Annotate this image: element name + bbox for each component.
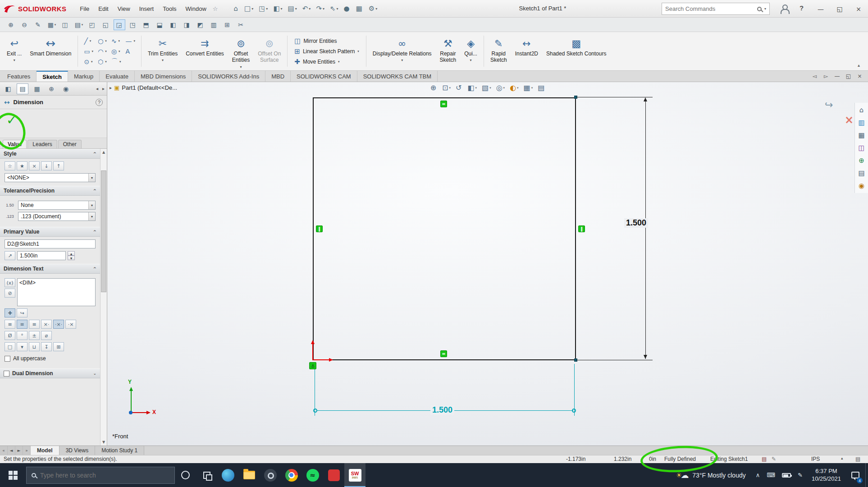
document-tab[interactable]: Motion Study 1	[95, 446, 144, 455]
ribbon-button[interactable]: ✂ Trim Entities ▾	[144, 33, 182, 69]
sketch-rectangle[interactable]	[313, 97, 576, 360]
toolbar-icon-button[interactable]: ⊞	[222, 19, 233, 30]
symbol-button[interactable]: ⌀	[41, 331, 52, 340]
vertical-dimension-value[interactable]: 1.500	[624, 218, 648, 228]
ribbon-tab[interactable]: SOLIDWORKS CAM TBM	[357, 71, 438, 82]
panel-tab-icon[interactable]: ◧	[2, 83, 14, 94]
toolbar-icon-button[interactable]: ✎	[32, 19, 44, 30]
exit-sketch-button[interactable]: ↩ Exit ... ▾	[3, 33, 26, 69]
weather-widget[interactable]: ☀☁ 73°F Mostly cloudy	[671, 470, 751, 480]
ribbon-button[interactable]: ◈ Qui... ▾	[460, 33, 481, 69]
quick-tool-button[interactable]: ▤▾	[286, 3, 299, 14]
dimension-panel-tab[interactable]: Leaders	[27, 140, 57, 148]
dimension-handle[interactable]	[572, 409, 576, 413]
fit-button[interactable]: ⊔	[29, 342, 40, 351]
ribbon-tab[interactable]: Markup	[68, 71, 100, 82]
precision-dropdown[interactable]: .123 (Document) ▾	[18, 212, 96, 221]
view-tool-button[interactable]: ◐▾	[510, 83, 518, 92]
scroll-up-icon[interactable]: ▲	[101, 149, 107, 156]
toolbar-icon-button[interactable]: ▤▾	[73, 19, 85, 30]
justify-button[interactable]: ×·	[41, 320, 52, 329]
horizontal-relation-badge[interactable]: =	[440, 350, 447, 357]
style-favorite-button[interactable]: ×	[29, 161, 40, 170]
document-control-button[interactable]: —	[831, 73, 843, 79]
document-tab[interactable]: Model	[31, 446, 59, 455]
toolbar-icon-button[interactable]: ⊖	[19, 19, 31, 30]
quick-tool-button[interactable]: ◳▾	[256, 3, 270, 14]
horizontal-dimension-value[interactable]: 1.500	[430, 405, 454, 415]
fit-button[interactable]: ↧	[41, 342, 52, 351]
fit-button[interactable]: ▾	[17, 342, 27, 351]
cancel-sketch-icon[interactable]: ×	[845, 114, 854, 126]
ribbon-tab[interactable]: Sketch	[37, 71, 68, 82]
scrollbar-thumb[interactable]	[101, 170, 106, 292]
quick-tool-button[interactable]: ◧▾	[271, 3, 284, 14]
taskbar-clock[interactable]: 6:37 PM 10/25/2021	[807, 468, 845, 483]
view-tool-button[interactable]: ⊕	[430, 83, 437, 92]
toolbar-icon-button[interactable]: ✂	[235, 19, 247, 30]
status-pencil-icon[interactable]: ✎	[772, 456, 776, 462]
part-tree-label[interactable]: Part1 (Default<<De...	[122, 84, 177, 91]
ribbon-button[interactable]: ⊚ Offset Entities ▾	[228, 33, 254, 69]
hidden-icons-chevron[interactable]: ∧	[756, 472, 760, 478]
ribbon-button[interactable]: ⊚ Offset On Surface	[254, 33, 285, 69]
style-favorite-button[interactable]: ↑	[53, 161, 64, 170]
panel-help-button[interactable]: ?	[96, 99, 103, 106]
panel-tab-icon[interactable]: ⊕	[46, 83, 57, 94]
toolbar-icon-button[interactable]: ◰	[87, 19, 98, 30]
view-tool-button[interactable]: ⊡▾	[442, 83, 451, 92]
menu-item[interactable]: Window	[181, 3, 211, 14]
horizontal-relation-badge[interactable]: =	[440, 101, 447, 107]
ribbon-button[interactable]: ↔ Instant2D	[511, 33, 542, 69]
toolbar-icon-button[interactable]: ◧	[168, 19, 179, 30]
scroll-down-icon[interactable]: ▼	[101, 439, 107, 446]
quick-tool-button[interactable]: ⚙▾	[366, 3, 379, 14]
toolbar-icon-button[interactable]: ⬓	[154, 19, 166, 30]
dual-dimension-section-header[interactable]: Dual Dimension ⌄	[0, 368, 100, 378]
ribbon-button[interactable]: ⚒ Repair Sketch	[436, 33, 461, 69]
task-pane-icon[interactable]: ▦	[858, 131, 864, 139]
tolerance-section-header[interactable]: Tolerance/Precision ^	[0, 186, 100, 196]
quick-tool-button[interactable]: □▾	[242, 3, 256, 14]
ribbon-button[interactable]: ▩ Shaded Sketch Contours	[542, 33, 610, 69]
pin-menu-icon[interactable]: ☆	[213, 5, 218, 12]
close-button[interactable]: ×	[849, 0, 868, 18]
ribbon-tab[interactable]: SOLIDWORKS Add-Ins	[192, 71, 265, 82]
document-control-button[interactable]: ×	[854, 73, 865, 79]
toolbar-icon-button[interactable]: ◱	[100, 19, 112, 30]
feature-tree-header[interactable]: ▸ ▣ Part1 (Default<<De...	[110, 84, 177, 91]
ribbon-button[interactable]: ✎ Rapid Sketch	[486, 33, 511, 69]
confirm-exit-sketch-icon[interactable]: ↪	[825, 99, 833, 110]
justify-button[interactable]: ≡	[5, 320, 15, 329]
ribbon-row-button[interactable]: ⊞Linear Sketch Pattern▾	[294, 47, 359, 55]
quick-tool-button[interactable]: ↷▾	[314, 3, 327, 14]
task-view-button[interactable]	[196, 463, 217, 487]
dimension-text-option-button[interactable]: ⊘	[5, 289, 15, 298]
smart-dimension-button[interactable]: ↔ Smart Dimension	[26, 33, 75, 69]
justify-button[interactable]: ≡	[17, 320, 27, 329]
style-favorite-button[interactable]: ☆	[5, 161, 15, 170]
quick-tool-button[interactable]: ●	[342, 3, 353, 14]
toolbar-icon-button[interactable]: ⬒	[141, 19, 152, 30]
panel-tab-icon[interactable]: ▦	[31, 83, 43, 94]
quick-tool-button[interactable]: ⌂	[231, 3, 241, 14]
toolbar-icon-button[interactable]: ◫	[59, 19, 71, 30]
justify-button[interactable]: ·×·	[53, 320, 64, 329]
tab-nav-button[interactable]: »	[23, 446, 31, 455]
search-dropdown-icon[interactable]: ▾	[764, 7, 766, 11]
tab-nav-button[interactable]: ◄	[8, 446, 15, 455]
account-button[interactable]	[780, 5, 788, 13]
spotify-button[interactable]: ≈	[302, 463, 323, 487]
spin-up-button[interactable]: ▲	[68, 251, 75, 256]
command-search-box[interactable]: ▾	[662, 3, 770, 15]
style-favorite-button[interactable]: ↓	[41, 161, 52, 170]
document-control-button[interactable]: ◅	[809, 73, 820, 79]
dimension-line-vertical[interactable]	[645, 99, 646, 359]
document-control-button[interactable]: ▻	[820, 73, 831, 79]
ribbon-tab[interactable]: SOLIDWORKS CAM	[291, 71, 357, 82]
ribbon-collapse-button[interactable]: ▴	[852, 61, 865, 69]
primary-value-section-header[interactable]: Primary Value ^	[0, 227, 100, 237]
battery-icon[interactable]	[782, 473, 791, 478]
style-favorite-button[interactable]: ★	[17, 161, 27, 170]
toolbar-icon-button[interactable]: ◨	[181, 19, 193, 30]
